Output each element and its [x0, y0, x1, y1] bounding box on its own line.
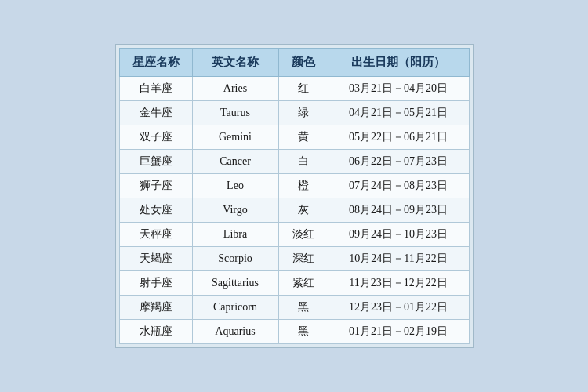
table-row: 巨蟹座Cancer白06月22日－07月23日	[119, 150, 469, 174]
cell-color: 深红	[278, 247, 328, 271]
header-cn-name: 星座名称	[119, 49, 192, 77]
zodiac-table-container: 星座名称 英文名称 颜色 出生日期（阳历） 白羊座Aries红03月21日－04…	[115, 44, 474, 348]
cell-en-name: Leo	[192, 174, 278, 198]
table-row: 白羊座Aries红03月21日－04月20日	[119, 77, 469, 101]
cell-color: 绿	[278, 101, 328, 125]
cell-en-name: Libra	[192, 223, 278, 247]
cell-cn-name: 巨蟹座	[119, 150, 192, 174]
cell-color: 黑	[278, 296, 328, 320]
cell-cn-name: 水瓶座	[119, 320, 192, 344]
cell-color: 紫红	[278, 271, 328, 296]
table-row: 摩羯座Capricorn黑12月23日－01月22日	[119, 296, 469, 320]
cell-date-range: 04月21日－05月21日	[328, 101, 469, 125]
cell-date-range: 12月23日－01月22日	[328, 296, 469, 320]
header-en-name: 英文名称	[192, 49, 278, 77]
cell-date-range: 01月21日－02月19日	[328, 320, 469, 344]
cell-en-name: Gemini	[192, 125, 278, 150]
cell-date-range: 11月23日－12月22日	[328, 271, 469, 296]
table-row: 天蝎座Scorpio深红10月24日－11月22日	[119, 247, 469, 271]
cell-color: 橙	[278, 174, 328, 198]
cell-en-name: Aries	[192, 77, 278, 101]
cell-cn-name: 天秤座	[119, 223, 192, 247]
table-header-row: 星座名称 英文名称 颜色 出生日期（阳历）	[119, 49, 469, 77]
cell-color: 灰	[278, 198, 328, 223]
cell-date-range: 08月24日－09月23日	[328, 198, 469, 223]
cell-en-name: Scorpio	[192, 247, 278, 271]
table-row: 射手座Sagittarius紫红11月23日－12月22日	[119, 271, 469, 296]
zodiac-table: 星座名称 英文名称 颜色 出生日期（阳历） 白羊座Aries红03月21日－04…	[119, 48, 470, 344]
cell-cn-name: 白羊座	[119, 77, 192, 101]
cell-color: 红	[278, 77, 328, 101]
cell-en-name: Aquarius	[192, 320, 278, 344]
cell-cn-name: 天蝎座	[119, 247, 192, 271]
table-row: 狮子座Leo橙07月24日－08月23日	[119, 174, 469, 198]
cell-date-range: 09月24日－10月23日	[328, 223, 469, 247]
table-row: 水瓶座Aquarius黑01月21日－02月19日	[119, 320, 469, 344]
table-row: 金牛座Taurus绿04月21日－05月21日	[119, 101, 469, 125]
header-date-range: 出生日期（阳历）	[328, 49, 469, 77]
cell-cn-name: 双子座	[119, 125, 192, 150]
cell-date-range: 10月24日－11月22日	[328, 247, 469, 271]
cell-en-name: Cancer	[192, 150, 278, 174]
cell-date-range: 07月24日－08月23日	[328, 174, 469, 198]
cell-en-name: Capricorn	[192, 296, 278, 320]
cell-color: 黄	[278, 125, 328, 150]
table-row: 天秤座Libra淡红09月24日－10月23日	[119, 223, 469, 247]
cell-date-range: 05月22日－06月21日	[328, 125, 469, 150]
cell-en-name: Taurus	[192, 101, 278, 125]
cell-en-name: Sagittarius	[192, 271, 278, 296]
table-row: 双子座Gemini黄05月22日－06月21日	[119, 125, 469, 150]
cell-cn-name: 射手座	[119, 271, 192, 296]
table-body: 白羊座Aries红03月21日－04月20日金牛座Taurus绿04月21日－0…	[119, 77, 469, 344]
cell-cn-name: 狮子座	[119, 174, 192, 198]
cell-color: 黑	[278, 320, 328, 344]
cell-cn-name: 金牛座	[119, 101, 192, 125]
cell-en-name: Virgo	[192, 198, 278, 223]
cell-cn-name: 处女座	[119, 198, 192, 223]
cell-date-range: 03月21日－04月20日	[328, 77, 469, 101]
cell-date-range: 06月22日－07月23日	[328, 150, 469, 174]
table-row: 处女座Virgo灰08月24日－09月23日	[119, 198, 469, 223]
header-color: 颜色	[278, 49, 328, 77]
cell-color: 白	[278, 150, 328, 174]
cell-color: 淡红	[278, 223, 328, 247]
cell-cn-name: 摩羯座	[119, 296, 192, 320]
